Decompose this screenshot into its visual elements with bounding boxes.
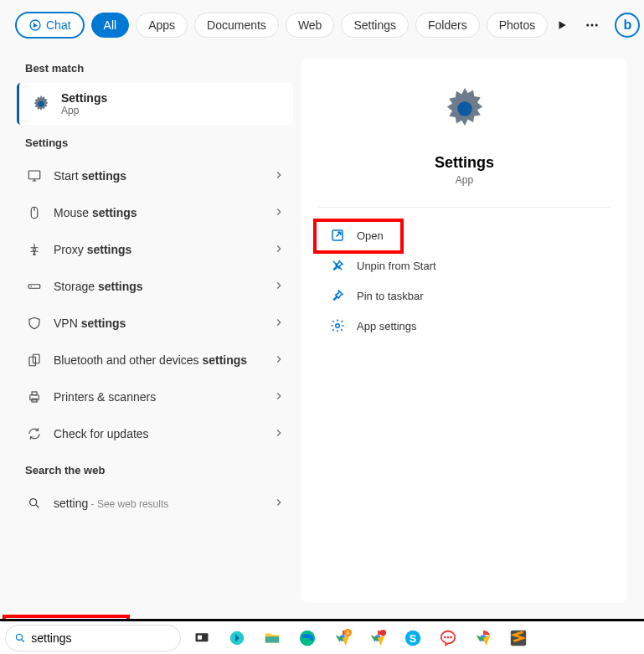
action-pin-tb[interactable]: Pin to taskbar	[323, 281, 605, 311]
bing-icon[interactable]: b	[615, 13, 640, 38]
taskview-icon[interactable]	[188, 624, 216, 652]
app-settings-icon	[330, 318, 345, 333]
bluetooth-icon	[25, 351, 44, 369]
action-unpin[interactable]: Unpin from Start	[323, 250, 605, 281]
best-match-result[interactable]: Settings App	[17, 83, 293, 125]
chevron-right-icon	[273, 243, 285, 257]
settings-header: Settings	[17, 125, 293, 157]
chrome-badge-icon[interactable]: A	[328, 624, 357, 652]
svg-rect-17	[32, 392, 37, 395]
best-match-header: Best match	[17, 50, 293, 83]
svg-rect-12	[28, 285, 40, 289]
search-icon	[14, 631, 26, 645]
results-pane: Best match Settings App Settings Start s…	[0, 50, 301, 603]
search-input[interactable]	[31, 631, 172, 645]
search-icon	[25, 494, 44, 512]
svg-point-30	[380, 629, 386, 635]
unpin-icon	[330, 258, 345, 273]
divider	[318, 207, 611, 208]
svg-point-34	[447, 636, 450, 638]
tab-chat-label: Chat	[46, 18, 71, 32]
tab-settings[interactable]: Settings	[341, 13, 409, 38]
svg-text:S: S	[410, 631, 417, 644]
explorer-icon[interactable]	[258, 624, 286, 652]
updates-icon	[25, 425, 44, 443]
svg-point-13	[31, 286, 33, 287]
bing-chat-icon	[28, 18, 42, 32]
chevron-right-icon	[273, 353, 285, 368]
vpn-icon	[25, 314, 44, 332]
svg-point-6	[591, 24, 594, 27]
settings-result-item[interactable]: Storage settings	[17, 268, 293, 305]
svg-point-5	[587, 24, 590, 27]
action-app-settings[interactable]: App settings	[323, 311, 605, 341]
settings-result-item[interactable]: VPN settings	[17, 305, 293, 342]
pin-tb-icon	[330, 288, 345, 303]
settings-result-item[interactable]: Mouse settings	[17, 194, 293, 231]
chevron-right-icon	[273, 317, 285, 331]
copilot-icon[interactable]	[223, 624, 251, 652]
svg-point-35	[450, 636, 452, 638]
svg-rect-8	[28, 171, 40, 179]
preview-pane: Settings App OpenUnpin from StartPin to …	[301, 59, 627, 603]
tab-photos[interactable]: Photos	[487, 13, 549, 38]
tab-documents[interactable]: Documents	[194, 13, 279, 38]
chevron-right-icon	[273, 497, 285, 511]
svg-point-33	[444, 636, 446, 638]
best-match-title: Settings	[61, 91, 107, 105]
svg-rect-11	[33, 254, 36, 255]
tab-all-label: All	[104, 18, 117, 32]
sublime-icon[interactable]	[504, 624, 533, 652]
tab-web[interactable]: Web	[286, 13, 335, 38]
web-search-result[interactable]: setting - See web results	[17, 485, 293, 522]
settings-result-item[interactable]: Check for updates	[17, 415, 293, 452]
svg-text:A: A	[346, 630, 350, 636]
taskbar-search[interactable]	[5, 625, 181, 651]
annotation-highlight-open	[313, 219, 404, 254]
tab-folders[interactable]: Folders	[415, 13, 480, 38]
app-big-icon	[440, 84, 490, 134]
chevron-right-icon	[273, 169, 285, 183]
storage-icon	[25, 277, 44, 296]
chrome-icon[interactable]	[469, 624, 497, 652]
settings-result-item[interactable]: Start settings	[17, 157, 293, 194]
chevron-right-icon	[273, 280, 285, 294]
filter-tabs: Chat All Apps Documents Web Settings Fol…	[0, 0, 644, 50]
messenger-icon[interactable]	[434, 624, 462, 652]
preview-subtitle: App	[318, 174, 611, 186]
chevron-right-icon	[273, 206, 285, 220]
chevron-right-icon	[273, 390, 285, 404]
proxy-icon	[25, 240, 44, 259]
preview-title: Settings	[318, 154, 611, 172]
svg-rect-22	[265, 636, 280, 642]
settings-result-item[interactable]: Printers & scanners	[17, 378, 293, 415]
svg-rect-16	[30, 395, 39, 400]
tab-all[interactable]: All	[91, 13, 130, 38]
printer-icon	[25, 388, 44, 406]
svg-point-10	[33, 249, 36, 251]
display-icon	[25, 167, 44, 185]
settings-app-icon	[31, 94, 51, 114]
more-icon[interactable]	[585, 18, 600, 33]
settings-result-item[interactable]: Proxy settings	[17, 231, 293, 268]
svg-point-7	[595, 24, 598, 27]
best-match-subtitle: App	[61, 105, 107, 116]
chevron-right-icon	[273, 427, 285, 441]
svg-rect-15	[33, 354, 40, 363]
tab-chat[interactable]: Chat	[15, 12, 85, 39]
play-icon[interactable]	[554, 18, 569, 33]
tab-apps[interactable]: Apps	[136, 13, 188, 38]
mouse-icon	[25, 203, 44, 222]
svg-rect-14	[29, 357, 36, 366]
search-web-header: Search the web	[17, 452, 293, 485]
chrome-dot-icon[interactable]	[363, 624, 392, 652]
settings-result-item[interactable]: Bluetooth and other devices settings	[17, 342, 293, 378]
edge-icon[interactable]	[293, 624, 322, 652]
svg-rect-20	[198, 635, 202, 639]
skype-icon[interactable]: S	[399, 624, 427, 652]
taskbar: A S	[0, 619, 644, 654]
